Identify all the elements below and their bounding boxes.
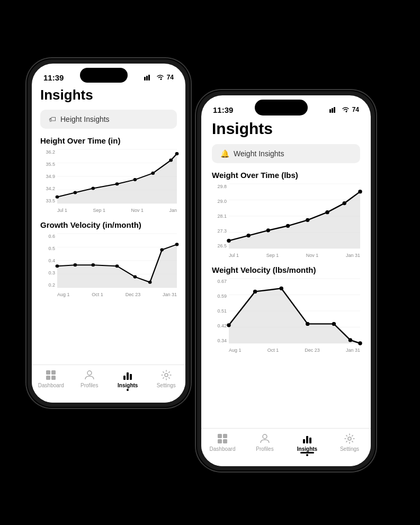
selector-label-1: Height Insights	[60, 115, 110, 123]
page-title-2: Insights	[212, 120, 360, 138]
phone-back-inner: 11:39 74 In	[32, 64, 185, 403]
svg-point-63	[227, 323, 230, 327]
nav-profiles-label-1: Profiles	[81, 382, 98, 388]
svg-point-53	[306, 218, 309, 222]
svg-point-51	[266, 228, 270, 232]
nav-settings-label-2: Settings	[340, 446, 359, 452]
insights-icon-1	[122, 369, 133, 381]
settings-icon-1	[160, 369, 172, 381]
svg-point-64	[253, 290, 257, 293]
weight-velocity-chart-section: Weight Velocity (lbs/month) 0.67 0.59 0.…	[212, 265, 360, 353]
weight-velocity-chart-title: Weight Velocity (lbs/month)	[212, 265, 360, 274]
nav-insights-2[interactable]: Insights	[286, 433, 328, 456]
svg-point-67	[332, 322, 336, 326]
velocity-chart-title: Growth Velocity (in/month)	[40, 220, 177, 229]
svg-rect-72	[218, 439, 222, 443]
svg-rect-75	[303, 439, 305, 443]
dashboard-icon-2	[217, 433, 228, 444]
nav-dashboard-label-1: Dashboard	[38, 382, 64, 388]
svg-point-68	[348, 338, 352, 342]
nav-dashboard-1[interactable]: Dashboard	[32, 369, 70, 388]
velocity-chart-area	[57, 234, 177, 288]
height-y-labels: 36.2 35.5 34.9 34.2 33.5	[40, 149, 57, 203]
nav-dashboard-2[interactable]: Dashboard	[201, 433, 244, 452]
svg-point-39	[165, 373, 168, 377]
svg-rect-34	[51, 376, 56, 380]
nav-insights-label-2: Insights	[297, 446, 317, 456]
status-icons-1: 74	[144, 74, 174, 81]
weight-x-labels: Jul 1 Sep 1 Nov 1 Jan 31	[229, 253, 360, 258]
svg-rect-31	[46, 370, 50, 375]
weight-velocity-y-labels: 0.67 0.59 0.51 0.42 0.34	[212, 279, 229, 343]
svg-point-12	[115, 182, 119, 185]
status-time-2: 11:39	[213, 105, 233, 114]
svg-rect-40	[329, 109, 331, 113]
weight-chart-section: Weight Over Time (lbs) 29.8 29.0 28.1 27…	[212, 171, 360, 258]
insights-selector-2[interactable]: 🔔 Weight Insights	[212, 144, 360, 163]
dynamic-island-2	[255, 100, 308, 115]
battery-label-2: 74	[352, 106, 359, 113]
height-chart-title: Height Over Time (in)	[40, 136, 177, 145]
scene: 11:39 74 In	[0, 0, 420, 525]
svg-point-78	[348, 437, 351, 440]
svg-point-66	[306, 322, 309, 326]
nav-profiles-2[interactable]: Profiles	[244, 433, 286, 452]
nav-profiles-1[interactable]: Profiles	[70, 369, 109, 388]
weight-velocity-chart-area	[229, 279, 360, 343]
profiles-icon-1	[84, 369, 95, 381]
svg-point-25	[91, 263, 95, 266]
status-bar-2: 11:39 74	[201, 95, 371, 120]
svg-point-74	[263, 434, 267, 439]
nav-settings-2[interactable]: Settings	[328, 433, 371, 452]
svg-rect-0	[144, 77, 146, 81]
svg-point-16	[175, 152, 179, 155]
nav-insights-label-1: Insights	[118, 382, 138, 391]
settings-icon-2	[344, 433, 355, 444]
svg-point-10	[74, 191, 77, 194]
bottom-nav-1: Dashboard Profiles Insights	[32, 364, 185, 403]
height-chart-container: 36.2 35.5 34.9 34.2 33.5	[40, 149, 177, 213]
app-content-1: Insights 🏷 Height Insights Height Over T…	[32, 87, 185, 368]
nav-settings-label-1: Settings	[157, 382, 176, 388]
svg-point-30	[175, 243, 179, 246]
svg-point-26	[115, 264, 119, 268]
svg-rect-33	[46, 376, 50, 380]
bottom-nav-2: Dashboard Profiles Insights	[201, 428, 371, 466]
svg-point-54	[325, 210, 329, 214]
status-icons-2: 74	[329, 106, 359, 113]
svg-rect-42	[334, 107, 335, 113]
page-title-1: Insights	[40, 87, 177, 103]
nav-settings-1[interactable]: Settings	[147, 369, 186, 388]
dashboard-icon-1	[45, 369, 57, 381]
weight-y-labels: 29.8 29.0 28.1 27.3 26.5	[212, 184, 229, 248]
svg-rect-71	[223, 434, 227, 438]
svg-point-11	[91, 186, 95, 190]
wifi-icon-2	[342, 107, 350, 113]
nav-insights-1[interactable]: Insights	[109, 369, 147, 391]
phone-front: 11:39 74 In	[196, 90, 376, 471]
nav-dashboard-label-2: Dashboard	[210, 446, 236, 452]
nav-profiles-label-2: Profiles	[256, 446, 273, 452]
svg-point-69	[358, 341, 362, 345]
svg-rect-70	[218, 434, 222, 438]
bell-icon-2: 🔔	[220, 149, 229, 158]
svg-point-23	[56, 264, 59, 268]
svg-point-55	[343, 201, 346, 205]
insights-selector-1[interactable]: 🏷 Height Insights	[40, 110, 177, 129]
velocity-chart-section: Growth Velocity (in/month) 0.6 0.5 0.4 0…	[40, 220, 177, 297]
svg-rect-32	[51, 370, 56, 375]
svg-point-49	[227, 239, 230, 243]
svg-point-24	[74, 263, 77, 266]
phone-front-inner: 11:39 74 In	[201, 95, 371, 466]
svg-point-14	[151, 172, 155, 175]
signal-icon-2	[329, 107, 339, 113]
signal-icon-1	[144, 75, 154, 81]
height-chart-area	[57, 149, 177, 203]
app-content-2: Insights 🔔 Weight Insights Weight Over T…	[201, 120, 371, 432]
profiles-icon-2	[259, 433, 271, 444]
svg-rect-2	[148, 75, 150, 81]
velocity-y-labels: 0.6 0.5 0.4 0.3 0.2	[40, 234, 57, 288]
status-time-1: 11:39	[43, 73, 64, 82]
wifi-icon-1	[156, 75, 164, 81]
svg-point-35	[87, 371, 92, 375]
